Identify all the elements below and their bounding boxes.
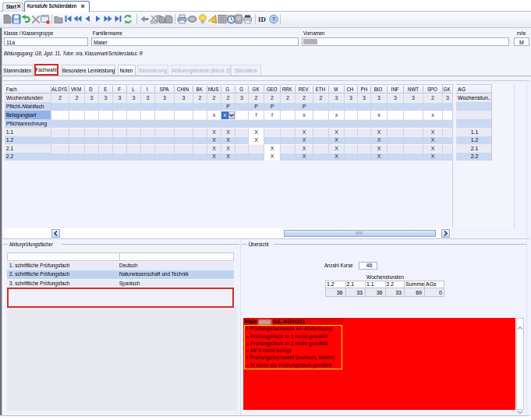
svg-text:?: ?: [272, 16, 276, 23]
